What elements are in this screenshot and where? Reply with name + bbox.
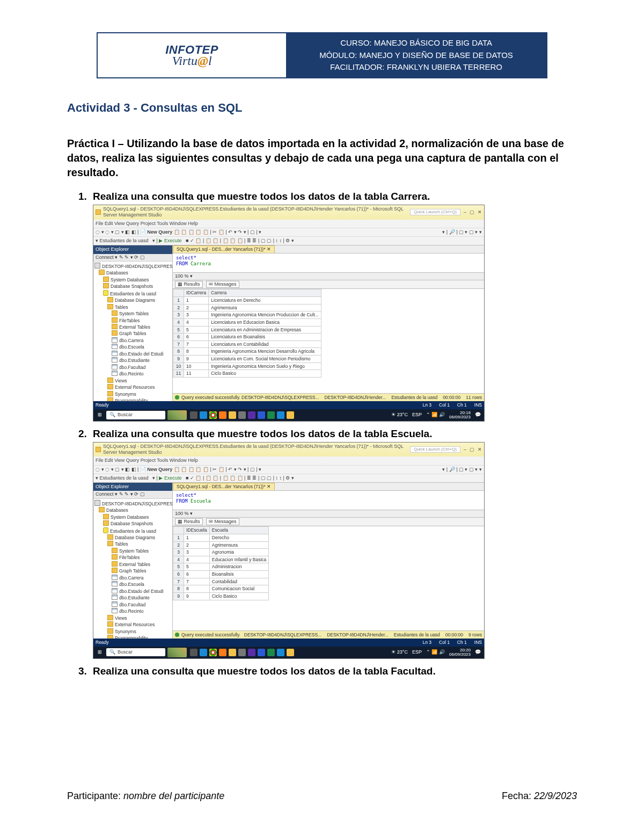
window-close-icon[interactable]: ✕ — [478, 209, 482, 215]
chrome-icon[interactable] — [209, 411, 217, 419]
sql-editor[interactable]: select* FROM Carrera — [173, 253, 484, 273]
practice-intro: Práctica I – Utilizando la base de datos… — [67, 136, 577, 180]
ssms-icon[interactable] — [287, 649, 294, 656]
participant-label: Participante: nombre del participante — [67, 791, 224, 802]
window-max-icon[interactable]: ▢ — [470, 447, 474, 453]
ssms-icon[interactable] — [287, 411, 294, 419]
system-tray[interactable]: ☀ 23°C ESP ⌃ 📶 🔊 20:1806/09/2023 💬 — [391, 411, 484, 419]
taskbar-search[interactable]: 🔍 Buscar — [106, 411, 165, 419]
editor-tabs[interactable]: SQLQuery1.sql - DES...der Yancarlos (71)… — [173, 245, 484, 253]
document-page: INFOTEP Virtu@l CURSO: MANEJO BÁSICO DE … — [0, 0, 644, 834]
window-min-icon[interactable]: – — [464, 209, 466, 215]
window-close-icon[interactable]: ✕ — [478, 447, 482, 453]
task-3: Realiza una consulta que muestre todos l… — [90, 665, 577, 677]
task-1-text: Realiza una consulta que muestre todos l… — [93, 191, 430, 202]
vscode-icon[interactable] — [277, 649, 284, 656]
ssms-titlebar: SQLQuery1.sql - DESKTOP-I8D4DNJ\SQLEXPRE… — [93, 205, 484, 220]
query-status-bar: Query executed successfully. DESKTOP-I8D… — [173, 393, 484, 402]
banner-logo-area: INFOTEP Virtu@l — [98, 33, 286, 77]
object-explorer[interactable]: Object Explorer Connect ▾ ✎ ✎ ▾ ⟳ ▢ DESK… — [93, 245, 173, 401]
windows-taskbar[interactable]: ⊞ 🔍 Buscar — [93, 647, 484, 658]
task-2-text: Realiza una consulta que muestre todos l… — [93, 428, 432, 439]
object-explorer-tree[interactable]: DESKTOP-I8D4DNJ\SQLEXPRESS (SQL Database… — [93, 262, 172, 402]
start-button[interactable]: ⊞ — [93, 412, 106, 418]
taskbar-search[interactable]: 🔍 Buscar — [106, 648, 165, 656]
results-grid[interactable]: IDCarreraCarrera11Licenciatura en Derech… — [173, 289, 484, 393]
excel-icon[interactable] — [267, 649, 275, 656]
ssms-title-text: SQLQuery1.sql - DESKTOP-I8D4DNJ\SQLEXPRE… — [103, 206, 407, 219]
app-icon[interactable] — [238, 411, 246, 419]
taskbar-clock[interactable]: 20:2006/09/2023 — [449, 648, 471, 657]
firefox-icon[interactable] — [219, 411, 226, 419]
firefox-icon[interactable] — [219, 649, 226, 656]
window-min-icon[interactable]: – — [464, 447, 466, 453]
ssms-screenshot-2: SQLQuery1.sql - DESKTOP-I8D4DNJ\SQLEXPRE… — [93, 442, 485, 659]
object-explorer[interactable]: Object Explorer Connect ▾ ✎ ✎ ▾ ⟳ ▢ DESK… — [93, 483, 173, 639]
results-tabs[interactable]: ▦ Results ✉ Messages — [173, 518, 484, 526]
taskbar-clock[interactable]: 20:1806/09/2023 — [449, 411, 471, 419]
chrome-icon[interactable] — [209, 649, 217, 656]
explorer-icon[interactable] — [229, 411, 236, 419]
zoom-level[interactable]: 100 % ▾ — [173, 510, 484, 518]
notifications-icon[interactable]: 💬 — [475, 412, 481, 418]
excel-icon[interactable] — [267, 411, 275, 419]
ssms-toolbar-2[interactable]: ▾ Estudiantes de la uasd ▾ | ▶ Execute ■… — [93, 474, 484, 483]
quick-launch-input[interactable]: Quick Launch (Ctrl+Q) — [410, 446, 460, 453]
task-3-text: Realiza una consulta que muestre todos l… — [93, 665, 436, 677]
date-label: Fecha: 22/9/2023 — [502, 791, 577, 802]
ide-footer-bar: Ready Ln 3Col 1Ch 1INS — [93, 401, 484, 409]
ssms-app-icon — [96, 447, 101, 452]
windows-taskbar[interactable]: ⊞ 🔍 Buscar — [93, 409, 484, 421]
ssms-menubar[interactable]: File Edit View Query Project Tools Windo… — [93, 220, 484, 228]
start-button[interactable]: ⊞ — [93, 649, 106, 655]
object-explorer-title: Object Explorer — [93, 483, 172, 491]
query-tab[interactable]: SQLQuery1.sql - DES...der Yancarlos (71)… — [173, 245, 275, 253]
quick-launch-input[interactable]: Quick Launch (Ctrl+Q) — [410, 209, 460, 215]
activity-title: Actividad 3 - Consultas en SQL — [67, 101, 577, 115]
query-tab[interactable]: SQLQuery1.sql - DES...der Yancarlos (71)… — [173, 483, 275, 490]
app-icon[interactable] — [190, 411, 197, 419]
vs-icon[interactable] — [248, 411, 255, 419]
notifications-icon[interactable]: 💬 — [475, 649, 481, 655]
ssms-toolbar-2[interactable]: ▾ Estudiantes de la uasd ▾ | ▶ Execute ■… — [93, 236, 484, 245]
weather-widget[interactable]: ☀ 23°C — [391, 412, 408, 418]
vs-icon[interactable] — [248, 649, 255, 656]
weather-widget[interactable]: ☀ 23°C — [391, 649, 408, 655]
ssms-toolbar-1[interactable]: ◌ ▾ ◌ ▾ ▢ ▾ ◧ ◧ | 📄 New Query 📋 📋 📋 📋 📋 … — [93, 228, 484, 236]
object-explorer-toolbar[interactable]: Connect ▾ ✎ ✎ ▾ ⟳ ▢ — [93, 491, 172, 498]
banner-line-2: MÓDULO: MANEJO Y DISEÑO DE BASE DE DATOS — [291, 49, 541, 62]
ssms-screenshot-1: SQLQuery1.sql - DESKTOP-I8D4DNJ\SQLEXPRE… — [93, 205, 485, 422]
status-ok: Query executed successfully. — [175, 395, 240, 401]
task-view-icon[interactable] — [167, 648, 187, 657]
taskbar-apps[interactable] — [190, 411, 294, 419]
object-explorer-toolbar[interactable]: Connect ▾ ✎ ✎ ▾ ⟳ ▢ — [93, 254, 172, 262]
logo-text-top: INFOTEP — [165, 43, 218, 57]
ssms-toolbar-1[interactable]: ◌ ▾ ◌ ▾ ▢ ▾ ◧ ◧ | 📄 New Query 📋 📋 📋 📋 📋 … — [93, 465, 484, 474]
status-ok: Query executed successfully. — [175, 632, 240, 638]
app-icon[interactable] — [190, 649, 197, 656]
taskbar-apps[interactable] — [190, 649, 294, 656]
ready-label: Ready — [96, 640, 109, 646]
tray-lang[interactable]: ESP — [412, 412, 422, 418]
task-view-icon[interactable] — [167, 410, 187, 420]
app-icon[interactable] — [238, 649, 246, 656]
system-tray[interactable]: ☀ 23°C ESP ⌃ 📶 🔊 20:2006/09/2023 💬 — [391, 648, 484, 657]
object-explorer-title: Object Explorer — [93, 245, 172, 253]
ssms-app-icon — [96, 209, 101, 215]
word-icon[interactable] — [258, 649, 265, 656]
ssms-titlebar: SQLQuery1.sql - DESKTOP-I8D4DNJ\SQLEXPRE… — [93, 443, 484, 457]
vscode-icon[interactable] — [277, 411, 284, 419]
window-max-icon[interactable]: ▢ — [470, 209, 474, 215]
edge-icon[interactable] — [200, 649, 207, 656]
edge-icon[interactable] — [200, 411, 207, 419]
zoom-level[interactable]: 100 % ▾ — [173, 273, 484, 280]
results-grid[interactable]: IDEscuelaEscuela11Derecho22Agrimensura33… — [173, 526, 484, 630]
ssms-menubar[interactable]: File Edit View Query Project Tools Windo… — [93, 456, 484, 465]
editor-tabs[interactable]: SQLQuery1.sql - DES...der Yancarlos (71)… — [173, 483, 484, 491]
sql-editor[interactable]: select* FROM Escuela — [173, 491, 484, 510]
word-icon[interactable] — [258, 411, 265, 419]
results-tabs[interactable]: ▦ Results ✉ Messages — [173, 280, 484, 289]
tray-lang[interactable]: ESP — [412, 649, 422, 655]
explorer-icon[interactable] — [229, 649, 236, 656]
object-explorer-tree[interactable]: DESKTOP-I8D4DNJ\SQLEXPRESS (SQL Database… — [93, 499, 172, 639]
